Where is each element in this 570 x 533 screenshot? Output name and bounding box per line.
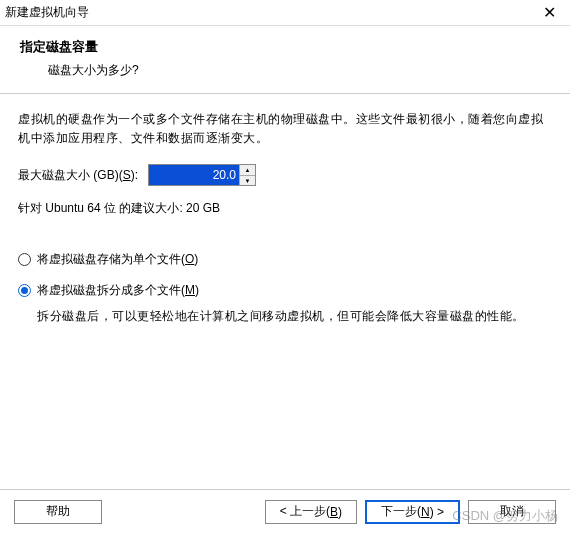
back-button[interactable]: < 上一步(B) xyxy=(265,500,357,524)
recommendation-text: 针对 Ubuntu 64 位 的建议大小: 20 GB xyxy=(18,200,552,217)
page-title: 指定磁盘容量 xyxy=(20,38,550,56)
radio-split-label[interactable]: 将虚拟磁盘拆分成多个文件(M) xyxy=(37,282,199,299)
disk-size-row: 最大磁盘大小 (GB)(S): 20.0 ▲ ▼ xyxy=(18,164,552,186)
page-subtitle: 磁盘大小为多少? xyxy=(20,62,550,79)
spinner-down-icon[interactable]: ▼ xyxy=(240,176,255,186)
spinner-buttons: ▲ ▼ xyxy=(239,165,255,185)
titlebar: 新建虚拟机向导 ✕ xyxy=(0,0,570,26)
radio-single-label[interactable]: 将虚拟磁盘存储为单个文件(O) xyxy=(37,251,198,268)
help-button[interactable]: 帮助 xyxy=(14,500,102,524)
radio-split-description: 拆分磁盘后，可以更轻松地在计算机之间移动虚拟机，但可能会降低大容量磁盘的性能。 xyxy=(18,307,552,326)
radio-single-file[interactable]: 将虚拟磁盘存储为单个文件(O) xyxy=(18,251,552,268)
radio-icon[interactable] xyxy=(18,284,31,297)
storage-radio-group: 将虚拟磁盘存储为单个文件(O) 将虚拟磁盘拆分成多个文件(M) 拆分磁盘后，可以… xyxy=(18,251,552,326)
disk-size-label: 最大磁盘大小 (GB)(S): xyxy=(18,167,138,184)
next-button[interactable]: 下一步(N) > xyxy=(365,500,460,524)
disk-size-input[interactable]: 20.0 xyxy=(149,165,239,185)
window-title: 新建虚拟机向导 xyxy=(5,4,89,21)
description-text: 虚拟机的硬盘作为一个或多个文件存储在主机的物理磁盘中。这些文件最初很小，随着您向… xyxy=(18,110,552,148)
radio-split-files[interactable]: 将虚拟磁盘拆分成多个文件(M) xyxy=(18,282,552,299)
cancel-button[interactable]: 取消 xyxy=(468,500,556,524)
close-icon[interactable]: ✕ xyxy=(539,3,560,22)
spinner-up-icon[interactable]: ▲ xyxy=(240,165,255,176)
wizard-header: 指定磁盘容量 磁盘大小为多少? xyxy=(0,26,570,94)
wizard-content: 虚拟机的硬盘作为一个或多个文件存储在主机的物理磁盘中。这些文件最初很小，随着您向… xyxy=(0,94,570,337)
wizard-footer: 帮助 < 上一步(B) 下一步(N) > 取消 xyxy=(0,489,570,533)
disk-size-spinner[interactable]: 20.0 ▲ ▼ xyxy=(148,164,256,186)
radio-icon[interactable] xyxy=(18,253,31,266)
